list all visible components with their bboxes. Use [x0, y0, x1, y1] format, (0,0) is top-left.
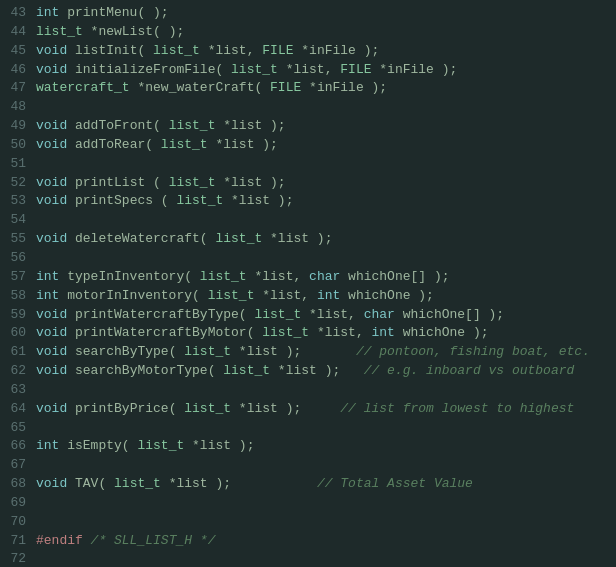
line-number: 49 [6, 117, 26, 136]
token-str: listInit( [67, 43, 153, 58]
line-number: 46 [6, 61, 26, 80]
token-type: list_t [176, 193, 223, 208]
line-number: 59 [6, 306, 26, 325]
code-line [36, 513, 606, 532]
line-number: 57 [6, 268, 26, 287]
line-number: 55 [6, 230, 26, 249]
code-line [36, 155, 606, 174]
code-line: watercraft_t *new_waterCraft( FILE *inFi… [36, 79, 606, 98]
token-kw: char [309, 269, 340, 284]
token-kw: void [36, 231, 67, 246]
token-str: *inFile ); [372, 62, 458, 77]
token-kw: void [36, 325, 67, 340]
token-str: deleteWatercraft( [67, 231, 215, 246]
token-str: *list ); [208, 137, 278, 152]
code-line [36, 550, 606, 563]
line-number: 53 [6, 192, 26, 211]
token-str: *inFile ); [294, 43, 380, 58]
token-str: addToFront( [67, 118, 168, 133]
code-line: int isEmpty( list_t *list ); [36, 437, 606, 456]
line-number: 63 [6, 381, 26, 400]
token-str: *list, [254, 288, 316, 303]
token-kw: int [36, 5, 59, 20]
token-type: list_t [223, 363, 270, 378]
token-kw: void [36, 193, 67, 208]
token-kw: int [36, 269, 59, 284]
token-comment: // e.g. inboard vs outboard [340, 363, 574, 378]
token-str: initializeFromFile( [67, 62, 231, 77]
code-line [36, 419, 606, 438]
token-str: printWatercraftByMotor( [67, 325, 262, 340]
token-str: *list ); [161, 476, 231, 491]
token-str: *list, [278, 62, 340, 77]
token-type: list_t [208, 288, 255, 303]
code-line: void printWatercraftByType( list_t *list… [36, 306, 606, 325]
token-type: watercraft_t [36, 80, 130, 95]
token-type: list_t [161, 137, 208, 152]
token-type: list_t [184, 401, 231, 416]
token-kw: void [36, 137, 67, 152]
token-str: *inFile ); [301, 80, 387, 95]
token-type: list_t [184, 344, 231, 359]
token-str: *list ); [231, 344, 301, 359]
token-prep: #endif [36, 533, 83, 548]
code-line: void searchByType( list_t *list ); // po… [36, 343, 606, 362]
line-number: 52 [6, 174, 26, 193]
token-str: *list ); [231, 401, 301, 416]
code-line: int motorInInventory( list_t *list, int … [36, 287, 606, 306]
code-line: list_t *newList( ); [36, 23, 606, 42]
token-comment: // list from lowest to highest [301, 401, 574, 416]
line-number: 70 [6, 513, 26, 532]
token-kw: void [36, 43, 67, 58]
code-line: void addToRear( list_t *list ); [36, 136, 606, 155]
token-str: printList ( [67, 175, 168, 190]
token-kw: int [372, 325, 395, 340]
line-number: 50 [6, 136, 26, 155]
token-str: whichOne[] ); [340, 269, 449, 284]
token-kw: int [36, 288, 59, 303]
token-str: printMenu( ); [59, 5, 168, 20]
token-type: FILE [270, 80, 301, 95]
code-line: void printList ( list_t *list ); [36, 174, 606, 193]
token-type: list_t [215, 231, 262, 246]
token-comment: /* SLL_LIST_H */ [83, 533, 216, 548]
line-number: 60 [6, 324, 26, 343]
token-kw: char [364, 307, 395, 322]
token-type: list_t [231, 62, 278, 77]
token-str: whichOne[] ); [395, 307, 504, 322]
token-kw: void [36, 344, 67, 359]
token-type: FILE [262, 43, 293, 58]
code-content: int printMenu( );list_t *newList( );void… [36, 4, 616, 563]
line-number: 56 [6, 249, 26, 268]
token-type: list_t [254, 307, 301, 322]
code-line: void TAV( list_t *list ); // Total Asset… [36, 475, 606, 494]
line-number: 58 [6, 287, 26, 306]
token-kw: void [36, 401, 67, 416]
code-line [36, 381, 606, 400]
token-kw: void [36, 118, 67, 133]
token-str: *list ); [262, 231, 332, 246]
token-str: *list ); [215, 118, 285, 133]
token-type: list_t [262, 325, 309, 340]
code-line: void printWatercraftByMotor( list_t *lis… [36, 324, 606, 343]
line-number: 67 [6, 456, 26, 475]
line-number: 61 [6, 343, 26, 362]
token-str: *list ); [184, 438, 254, 453]
token-type: list_t [200, 269, 247, 284]
line-number: 54 [6, 211, 26, 230]
token-str: printWatercraftByType( [67, 307, 254, 322]
line-number: 44 [6, 23, 26, 42]
token-kw: void [36, 175, 67, 190]
code-line: void printByPrice( list_t *list ); // li… [36, 400, 606, 419]
token-comment: // Total Asset Value [231, 476, 473, 491]
token-str: *list, [247, 269, 309, 284]
token-str: whichOne ); [395, 325, 489, 340]
token-str: printSpecs ( [67, 193, 176, 208]
code-line: void searchByMotorType( list_t *list ); … [36, 362, 606, 381]
token-kw: void [36, 476, 67, 491]
token-str: *new_waterCraft( [130, 80, 270, 95]
code-line [36, 456, 606, 475]
token-str: *newList( ); [83, 24, 184, 39]
token-type: list_t [36, 24, 83, 39]
line-number: 45 [6, 42, 26, 61]
